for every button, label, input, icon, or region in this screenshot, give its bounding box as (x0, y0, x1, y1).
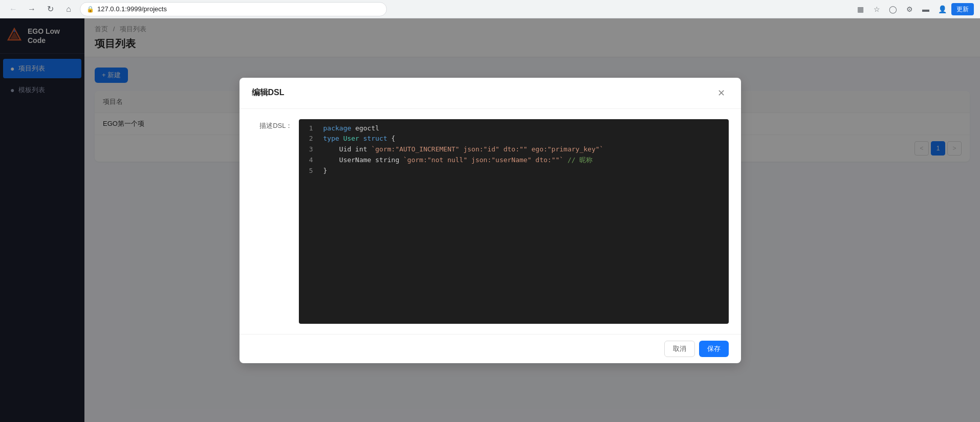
save-button[interactable]: 保存 (699, 341, 729, 357)
modal-header: 编辑DSL ✕ (239, 78, 741, 109)
browser-chrome: ← → ↻ ⌂ 🔒 127.0.0.1:9999/projects ▦ ☆ ◯ … (0, 0, 980, 18)
code-content: package egoctl type User struct { Uid in… (319, 123, 729, 320)
lock-icon: 🔒 (86, 6, 94, 13)
code-line-5: } (323, 166, 725, 176)
settings-btn[interactable]: ⚙ (902, 2, 917, 16)
update-button[interactable]: 更新 (951, 3, 974, 15)
keyword-type: type (323, 134, 339, 144)
browser-actions: ▦ ☆ ◯ ⚙ ▬ 👤 更新 (853, 2, 974, 16)
bookmark-btn[interactable]: ☆ (869, 2, 884, 16)
code-line-1: package egoctl (323, 123, 725, 134)
modal-overlay[interactable]: 编辑DSL ✕ 描述DSL： 1 2 3 4 5 (0, 18, 980, 422)
extensions-btn[interactable]: ▬ (919, 2, 933, 16)
modal-close-button[interactable]: ✕ (714, 86, 729, 100)
edit-dsl-modal: 编辑DSL ✕ 描述DSL： 1 2 3 4 5 (239, 78, 741, 363)
form-label: 描述DSL： (252, 119, 293, 130)
code-line-4: UserName string `gorm:"not null" json:"u… (323, 155, 725, 166)
forward-button[interactable]: → (25, 2, 39, 16)
code-editor[interactable]: 1 2 3 4 5 package egoctl type User struc… (299, 119, 729, 324)
line-numbers: 1 2 3 4 5 (299, 123, 319, 320)
screenshot-btn[interactable]: ▦ (853, 2, 867, 16)
type-user: User (343, 134, 359, 144)
account-btn[interactable]: 👤 (935, 2, 949, 16)
address-bar[interactable]: 🔒 127.0.0.1:9999/projects (80, 2, 387, 16)
modal-body: 描述DSL： 1 2 3 4 5 package egoctl (239, 109, 741, 334)
keyword-package: package (323, 123, 352, 134)
url-text: 127.0.0.1:9999/projects (97, 5, 167, 13)
modal-title: 编辑DSL (252, 87, 285, 98)
cancel-button[interactable]: 取消 (664, 341, 695, 357)
code-line-2: type User struct { (323, 134, 725, 144)
profile-btn[interactable]: ◯ (886, 2, 900, 16)
code-editor-inner: 1 2 3 4 5 package egoctl type User struc… (299, 119, 729, 324)
code-line-3: Uid int `gorm:"AUTO_INCREMENT" json:"id"… (323, 144, 725, 155)
home-button[interactable]: ⌂ (61, 2, 76, 16)
refresh-button[interactable]: ↻ (43, 2, 57, 16)
back-button[interactable]: ← (6, 2, 20, 16)
modal-footer: 取消 保存 (239, 334, 741, 363)
form-row: 描述DSL： 1 2 3 4 5 package egoctl (252, 119, 729, 324)
